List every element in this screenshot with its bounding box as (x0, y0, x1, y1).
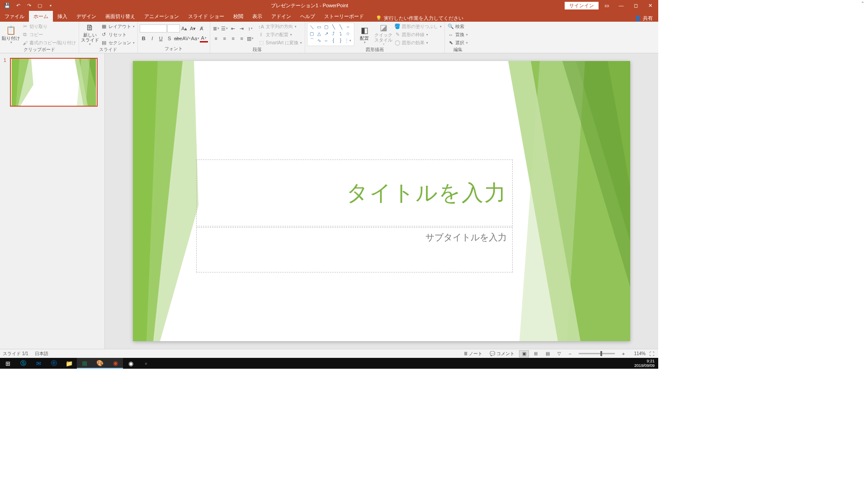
taskbar-explorer-icon[interactable]: 📁 (61, 358, 77, 369)
shape-effects-button[interactable]: ◯図形の効果 (393, 39, 443, 47)
italic-icon[interactable]: I (148, 34, 156, 42)
text-direction-button[interactable]: ↕A文字列の方向 (257, 23, 303, 30)
new-slide-button[interactable]: 🗎 新しい スライド (81, 23, 99, 46)
replace-button[interactable]: ↔置換 (447, 31, 469, 38)
slide-sorter-view-icon[interactable]: ⊞ (531, 350, 541, 357)
taskbar-excel-icon[interactable]: ▦ (77, 358, 92, 369)
comments-button[interactable]: 💬コメント (487, 351, 517, 357)
shape-oval-icon[interactable]: ○ (344, 24, 351, 30)
shapes-more-icon[interactable]: ⋮ (344, 38, 351, 43)
shapes-gallery[interactable]: ＼▭▢╲╲○ ▢△↗⤴⤵☆ ⌒∿⌣{}⋮ (307, 23, 354, 46)
redo-icon[interactable]: ↷ (25, 2, 33, 9)
shape-tri-icon[interactable]: △ (316, 31, 322, 37)
line-spacing-icon[interactable]: ↕ (246, 24, 255, 33)
shape-conn-icon[interactable]: ⤴ (330, 31, 337, 37)
bullets-icon[interactable]: ≣ (212, 24, 220, 33)
decrease-font-icon[interactable]: A▾ (189, 24, 197, 33)
shape-fill-button[interactable]: 🪣図形の塗りつぶし (393, 23, 443, 30)
fit-to-window-icon[interactable]: ⛶ (647, 350, 656, 358)
language-indicator[interactable]: 日本語 (35, 351, 48, 357)
cut-button[interactable]: ✂切り取り (21, 23, 77, 30)
shape-arrow-icon[interactable]: ↗ (323, 31, 330, 37)
save-icon[interactable]: 💾 (4, 2, 11, 9)
system-tray[interactable]: 9:21 2019/09/09 (634, 359, 658, 368)
font-name-input[interactable] (140, 24, 167, 33)
underline-icon[interactable]: U (157, 34, 165, 42)
tab-review[interactable]: 校閲 (229, 11, 248, 22)
shape-line2-icon[interactable]: ╲ (330, 24, 337, 30)
font-size-input[interactable] (167, 24, 180, 33)
tab-slideshow[interactable]: スライド ショー (184, 11, 229, 22)
numbering-icon[interactable]: ☰ (221, 24, 229, 33)
share-button[interactable]: 👤 共有 (629, 15, 658, 22)
taskbar-powerpoint-icon[interactable]: ◉ (108, 358, 123, 369)
shape-rect2-icon[interactable]: ▢ (323, 24, 330, 30)
zoom-slider[interactable] (579, 353, 615, 354)
shape-star-icon[interactable]: ☆ (344, 31, 351, 37)
title-placeholder[interactable]: タイトルを入力 (196, 160, 513, 226)
shape-curve-icon[interactable]: ⌒ (308, 38, 315, 43)
tab-design[interactable]: デザイン (72, 11, 101, 22)
start-button[interactable]: ⊞ (0, 358, 15, 369)
notes-button[interactable]: ≣ノート (461, 351, 485, 357)
signin-button[interactable]: サインイン (565, 2, 599, 9)
start-from-beginning-icon[interactable]: ▢ (36, 2, 43, 9)
tell-me-search[interactable]: 💡 実行したい作業を入力してください (372, 15, 467, 22)
find-button[interactable]: 🔍検索 (447, 23, 469, 30)
maximize-button[interactable]: ◻ (629, 1, 642, 10)
align-center-icon[interactable]: ≡ (221, 34, 229, 42)
bold-icon[interactable]: B (140, 34, 148, 42)
shape-line3-icon[interactable]: ╲ (337, 24, 344, 30)
section-button[interactable]: ▤セクション (100, 39, 136, 47)
tab-animations[interactable]: アニメーション (140, 11, 184, 22)
close-button[interactable]: ✕ (644, 1, 656, 10)
paste-button[interactable]: 📋 貼り付け (2, 23, 20, 46)
thumbnail-item[interactable]: 1 (4, 58, 101, 107)
tab-addins[interactable]: アドイン (267, 11, 296, 22)
tab-file[interactable]: ファイル (0, 11, 29, 22)
justify-icon[interactable]: ≡ (238, 34, 246, 42)
taskbar-outlook-icon[interactable]: ✉ (31, 358, 46, 369)
taskbar-chrome-icon[interactable]: ◉ (123, 358, 138, 369)
qat-customize-icon[interactable]: ▾ (47, 2, 54, 9)
increase-font-icon[interactable]: A▴ (180, 24, 189, 33)
copy-button[interactable]: ⧉コピー (21, 31, 77, 38)
align-right-icon[interactable]: ≡ (229, 34, 237, 42)
smartart-button[interactable]: ⬚SmartArt に変換 (257, 39, 303, 47)
arrange-button[interactable]: ◧ 配置 (355, 23, 373, 46)
taskbar-skype-icon[interactable]: Ⓢ (15, 358, 31, 369)
normal-view-icon[interactable]: ▣ (519, 350, 529, 357)
shape-brace-icon[interactable]: { (330, 38, 337, 43)
slide-counter[interactable]: スライド 1/1 (3, 351, 28, 357)
zoom-slider-thumb[interactable] (600, 351, 602, 356)
subtitle-placeholder[interactable]: サブタイトルを入力 (196, 227, 513, 272)
tab-view[interactable]: 表示 (248, 11, 267, 22)
ribbon-display-options-icon[interactable]: ▭ (600, 1, 613, 10)
tab-home[interactable]: ホーム (29, 11, 53, 22)
clear-formatting-icon[interactable]: A̸ (198, 24, 206, 33)
slide-thumbnails-panel[interactable]: 1 (0, 53, 105, 349)
tab-transitions[interactable]: 画面切り替え (101, 11, 140, 22)
taskbar-edge-icon[interactable]: ⓔ (46, 358, 61, 369)
char-spacing-icon[interactable]: AV (183, 34, 191, 42)
align-text-button[interactable]: ⫴文字の配置 (257, 31, 303, 38)
slide[interactable]: タイトルを入力 サブタイトルを入力 (133, 61, 630, 341)
shape-rrect-icon[interactable]: ▢ (308, 31, 315, 37)
columns-icon[interactable]: ▥ (246, 34, 255, 42)
zoom-in-icon[interactable]: + (619, 350, 627, 358)
reading-view-icon[interactable]: ▤ (542, 350, 552, 357)
shape-curve3-icon[interactable]: ⌣ (323, 38, 330, 43)
zoom-out-icon[interactable]: − (566, 350, 574, 358)
reset-button[interactable]: ↺リセット (100, 31, 136, 38)
tab-storyboard[interactable]: ストーリーボード (320, 11, 368, 22)
shape-brace2-icon[interactable]: } (337, 38, 344, 43)
font-color-icon[interactable]: A (200, 34, 208, 42)
align-left-icon[interactable]: ≡ (212, 34, 220, 42)
decrease-indent-icon[interactable]: ⇤ (229, 24, 237, 33)
tab-help[interactable]: ヘルプ (296, 11, 320, 22)
strikethrough-icon[interactable]: abc (174, 34, 182, 42)
layout-button[interactable]: ▦レイアウト (100, 23, 136, 30)
slide-canvas-area[interactable]: タイトルを入力 サブタイトルを入力 (105, 53, 658, 349)
shape-conn2-icon[interactable]: ⤵ (337, 31, 344, 37)
taskbar-paint-icon[interactable]: 🎨 (92, 358, 108, 369)
